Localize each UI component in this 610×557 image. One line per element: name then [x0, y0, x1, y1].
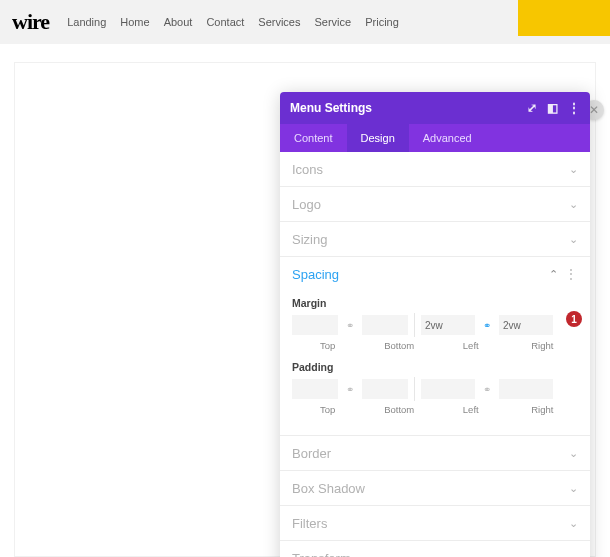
chevron-down-icon: ⌄ — [569, 163, 578, 176]
section-header-logo[interactable]: Logo ⌄ — [280, 187, 590, 221]
section-spacing: Spacing ⌃ ⋮ Margin ⚭ — [280, 257, 590, 436]
nav-contact[interactable]: Contact — [206, 16, 244, 28]
section-header-spacing[interactable]: Spacing ⌃ ⋮ — [280, 257, 590, 291]
section-sizing: Sizing ⌄ — [280, 222, 590, 257]
section-title-sizing: Sizing — [292, 232, 327, 247]
sub-left: Left — [435, 340, 507, 351]
tab-design[interactable]: Design — [347, 124, 409, 152]
nav-landing[interactable]: Landing — [67, 16, 106, 28]
section-header-filters[interactable]: Filters ⌄ — [280, 506, 590, 540]
section-title-filters: Filters — [292, 516, 327, 531]
chevron-down-icon: ⌄ — [569, 552, 578, 558]
sub-top: Top — [292, 404, 364, 415]
page-canvas: ✕ Menu Settings ⤢ ◧ ⋮ Content Design Adv… — [0, 44, 610, 557]
chevron-down-icon: ⌄ — [569, 447, 578, 460]
site-logo: wire — [12, 9, 49, 35]
separator — [414, 377, 415, 401]
padding-label: Padding — [292, 361, 578, 373]
dock-icon[interactable]: ◧ — [547, 101, 558, 115]
padding-sublabels: Top Bottom Left Right — [292, 404, 578, 415]
margin-sublabels: Top Bottom Left Right — [292, 340, 578, 351]
chevron-up-icon: ⌃ — [549, 268, 558, 281]
nav-home[interactable]: Home — [120, 16, 149, 28]
sub-top: Top — [292, 340, 364, 351]
annotation-badge: 1 — [566, 311, 582, 327]
section-logo: Logo ⌄ — [280, 187, 590, 222]
top-bar: wire Landing Home About Contact Services… — [0, 0, 610, 44]
tab-content[interactable]: Content — [280, 124, 347, 152]
section-title-transform: Transform — [292, 551, 351, 558]
panel-header-actions: ⤢ ◧ ⋮ — [527, 101, 580, 115]
nav-about[interactable]: About — [164, 16, 193, 28]
section-title-spacing: Spacing — [292, 267, 339, 282]
margin-right-input[interactable] — [499, 315, 553, 335]
section-title-border: Border — [292, 446, 331, 461]
sub-bottom: Bottom — [364, 404, 436, 415]
margin-inputs: ⚭ ⚭ 1 — [292, 313, 578, 337]
chevron-down-icon: ⌄ — [569, 198, 578, 211]
section-header-icons[interactable]: Icons ⌄ — [280, 152, 590, 186]
nav-service[interactable]: Service — [315, 16, 352, 28]
panel-tabs: Content Design Advanced — [280, 124, 590, 152]
padding-bottom-input[interactable] — [362, 379, 408, 399]
section-more-icon[interactable]: ⋮ — [564, 267, 578, 281]
sub-left: Left — [435, 404, 507, 415]
menu-settings-panel: Menu Settings ⤢ ◧ ⋮ Content Design Advan… — [280, 92, 590, 557]
section-title-logo: Logo — [292, 197, 321, 212]
chevron-down-icon: ⌄ — [569, 482, 578, 495]
section-header-border[interactable]: Border ⌄ — [280, 436, 590, 470]
main-nav: Landing Home About Contact Services Serv… — [67, 16, 399, 28]
margin-group: Margin ⚭ ⚭ — [292, 297, 578, 351]
padding-top-input[interactable] — [292, 379, 338, 399]
margin-top-input[interactable] — [292, 315, 338, 335]
section-header-transform[interactable]: Transform ⌄ — [280, 541, 590, 557]
panel-body[interactable]: Icons ⌄ Logo ⌄ Sizing ⌄ Spacing — [280, 152, 590, 557]
panel-header[interactable]: Menu Settings ⤢ ◧ ⋮ — [280, 92, 590, 124]
nav-pricing[interactable]: Pricing — [365, 16, 399, 28]
sub-right: Right — [507, 340, 579, 351]
section-transform: Transform ⌄ — [280, 541, 590, 557]
padding-right-input[interactable] — [499, 379, 553, 399]
tab-advanced[interactable]: Advanced — [409, 124, 486, 152]
chevron-down-icon: ⌄ — [569, 233, 578, 246]
chevron-down-icon: ⌄ — [569, 517, 578, 530]
expand-icon[interactable]: ⤢ — [527, 101, 537, 115]
separator — [414, 313, 415, 337]
accent-block — [518, 0, 610, 36]
section-icons: Icons ⌄ — [280, 152, 590, 187]
section-title-box-shadow: Box Shadow — [292, 481, 365, 496]
section-header-sizing[interactable]: Sizing ⌄ — [280, 222, 590, 256]
sub-bottom: Bottom — [364, 340, 436, 351]
link-icon[interactable]: ⚭ — [479, 384, 495, 395]
margin-bottom-input[interactable] — [362, 315, 408, 335]
padding-left-input[interactable] — [421, 379, 475, 399]
panel-title: Menu Settings — [290, 101, 372, 115]
more-icon[interactable]: ⋮ — [568, 101, 580, 115]
section-filters: Filters ⌄ — [280, 506, 590, 541]
link-icon[interactable]: ⚭ — [342, 384, 358, 395]
margin-left-input[interactable] — [421, 315, 475, 335]
link-icon-active[interactable]: ⚭ — [479, 320, 495, 331]
padding-inputs: ⚭ ⚭ — [292, 377, 578, 401]
padding-group: Padding ⚭ ⚭ — [292, 361, 578, 415]
link-icon[interactable]: ⚭ — [342, 320, 358, 331]
spacing-content: Margin ⚭ ⚭ — [280, 291, 590, 435]
section-border: Border ⌄ — [280, 436, 590, 471]
section-title-icons: Icons — [292, 162, 323, 177]
sub-right: Right — [507, 404, 579, 415]
margin-label: Margin — [292, 297, 578, 309]
section-box-shadow: Box Shadow ⌄ — [280, 471, 590, 506]
section-header-box-shadow[interactable]: Box Shadow ⌄ — [280, 471, 590, 505]
nav-services[interactable]: Services — [258, 16, 300, 28]
